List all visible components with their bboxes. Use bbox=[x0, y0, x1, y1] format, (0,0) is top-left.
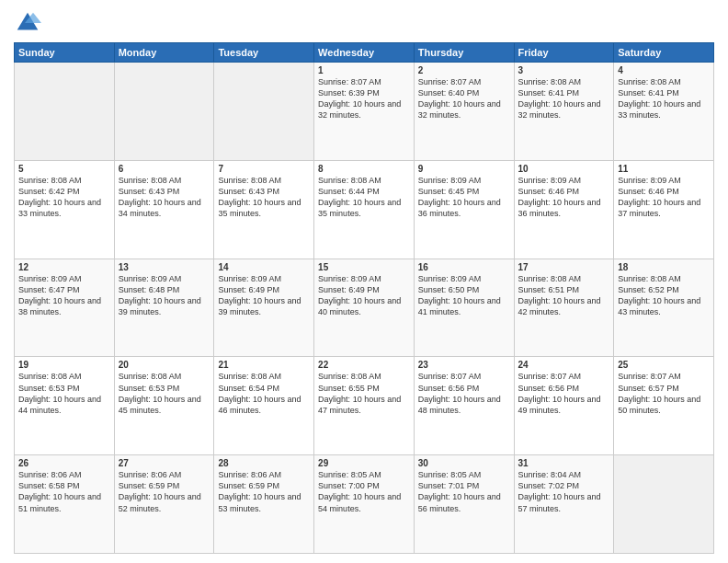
calendar-cell: 27Sunrise: 8:06 AM Sunset: 6:59 PM Dayli… bbox=[114, 455, 214, 554]
day-info: Sunrise: 8:08 AM Sunset: 6:43 PM Dayligh… bbox=[119, 175, 210, 220]
calendar-cell: 30Sunrise: 8:05 AM Sunset: 7:01 PM Dayli… bbox=[414, 455, 514, 554]
calendar-cell: 28Sunrise: 8:06 AM Sunset: 6:59 PM Dayli… bbox=[214, 455, 314, 554]
week-row-4: 26Sunrise: 8:06 AM Sunset: 6:58 PM Dayli… bbox=[15, 455, 714, 554]
calendar-cell: 3Sunrise: 8:08 AM Sunset: 6:41 PM Daylig… bbox=[514, 63, 614, 161]
day-info: Sunrise: 8:08 AM Sunset: 6:53 PM Dayligh… bbox=[18, 371, 110, 416]
day-number: 4 bbox=[618, 65, 710, 75]
day-number: 27 bbox=[119, 458, 210, 468]
day-number: 2 bbox=[418, 65, 510, 75]
day-info: Sunrise: 8:08 AM Sunset: 6:54 PM Dayligh… bbox=[218, 371, 310, 416]
day-number: 15 bbox=[318, 262, 410, 272]
header-saturday: Saturday bbox=[614, 43, 714, 63]
header-wednesday: Wednesday bbox=[314, 43, 415, 63]
day-number: 19 bbox=[18, 360, 110, 370]
day-number: 9 bbox=[418, 164, 510, 174]
day-number: 24 bbox=[518, 360, 610, 370]
day-number: 26 bbox=[18, 458, 110, 468]
calendar-cell bbox=[214, 63, 314, 161]
calendar-cell: 15Sunrise: 8:09 AM Sunset: 6:49 PM Dayli… bbox=[314, 259, 415, 357]
day-number: 13 bbox=[119, 262, 210, 272]
calendar-header: SundayMondayTuesdayWednesdayThursdayFrid… bbox=[15, 43, 714, 63]
day-info: Sunrise: 8:04 AM Sunset: 7:02 PM Dayligh… bbox=[518, 469, 610, 514]
day-number: 7 bbox=[218, 164, 310, 174]
calendar-cell: 2Sunrise: 8:07 AM Sunset: 6:40 PM Daylig… bbox=[414, 63, 514, 161]
day-number: 17 bbox=[518, 262, 610, 272]
calendar-cell: 7Sunrise: 8:08 AM Sunset: 6:43 PM Daylig… bbox=[214, 160, 314, 259]
day-number: 10 bbox=[518, 164, 610, 174]
calendar-cell: 21Sunrise: 8:08 AM Sunset: 6:54 PM Dayli… bbox=[214, 357, 314, 455]
calendar-cell: 14Sunrise: 8:09 AM Sunset: 6:49 PM Dayli… bbox=[214, 259, 314, 357]
calendar-cell: 31Sunrise: 8:04 AM Sunset: 7:02 PM Dayli… bbox=[514, 455, 614, 554]
calendar-table: SundayMondayTuesdayWednesdayThursdayFrid… bbox=[14, 42, 714, 554]
day-info: Sunrise: 8:09 AM Sunset: 6:49 PM Dayligh… bbox=[218, 273, 310, 318]
calendar-cell: 17Sunrise: 8:08 AM Sunset: 6:51 PM Dayli… bbox=[514, 259, 614, 357]
day-info: Sunrise: 8:07 AM Sunset: 6:57 PM Dayligh… bbox=[618, 371, 710, 416]
header-friday: Friday bbox=[514, 43, 614, 63]
day-number: 30 bbox=[418, 458, 510, 468]
calendar-cell: 23Sunrise: 8:07 AM Sunset: 6:56 PM Dayli… bbox=[414, 357, 514, 455]
day-info: Sunrise: 8:08 AM Sunset: 6:41 PM Dayligh… bbox=[618, 76, 710, 121]
header-tuesday: Tuesday bbox=[214, 43, 314, 63]
day-number: 12 bbox=[18, 262, 110, 272]
header-sunday: Sunday bbox=[15, 43, 115, 63]
day-info: Sunrise: 8:07 AM Sunset: 6:56 PM Dayligh… bbox=[418, 371, 510, 416]
day-number: 1 bbox=[318, 65, 410, 75]
day-info: Sunrise: 8:05 AM Sunset: 7:01 PM Dayligh… bbox=[418, 469, 510, 514]
calendar-cell: 5Sunrise: 8:08 AM Sunset: 6:42 PM Daylig… bbox=[15, 160, 115, 259]
day-number: 31 bbox=[518, 458, 610, 468]
calendar-cell: 26Sunrise: 8:06 AM Sunset: 6:58 PM Dayli… bbox=[15, 455, 115, 554]
day-info: Sunrise: 8:08 AM Sunset: 6:41 PM Dayligh… bbox=[518, 76, 610, 121]
calendar-cell: 24Sunrise: 8:07 AM Sunset: 6:56 PM Dayli… bbox=[514, 357, 614, 455]
calendar-cell: 11Sunrise: 8:09 AM Sunset: 6:46 PM Dayli… bbox=[614, 160, 714, 259]
calendar-cell: 10Sunrise: 8:09 AM Sunset: 6:46 PM Dayli… bbox=[514, 160, 614, 259]
day-number: 29 bbox=[318, 458, 410, 468]
day-number: 18 bbox=[618, 262, 710, 272]
calendar-cell: 1Sunrise: 8:07 AM Sunset: 6:39 PM Daylig… bbox=[314, 63, 415, 161]
calendar-cell bbox=[114, 63, 214, 161]
header-monday: Monday bbox=[114, 43, 214, 63]
calendar-cell bbox=[15, 63, 115, 161]
calendar-cell: 22Sunrise: 8:08 AM Sunset: 6:55 PM Dayli… bbox=[314, 357, 415, 455]
week-row-0: 1Sunrise: 8:07 AM Sunset: 6:39 PM Daylig… bbox=[15, 63, 714, 161]
day-number: 14 bbox=[218, 262, 310, 272]
calendar-cell bbox=[614, 455, 714, 554]
day-info: Sunrise: 8:07 AM Sunset: 6:40 PM Dayligh… bbox=[418, 76, 510, 121]
day-info: Sunrise: 8:08 AM Sunset: 6:42 PM Dayligh… bbox=[18, 175, 110, 220]
day-info: Sunrise: 8:08 AM Sunset: 6:43 PM Dayligh… bbox=[218, 175, 310, 220]
day-number: 5 bbox=[18, 164, 110, 174]
calendar-cell: 20Sunrise: 8:08 AM Sunset: 6:53 PM Dayli… bbox=[114, 357, 214, 455]
day-number: 8 bbox=[318, 164, 410, 174]
week-row-2: 12Sunrise: 8:09 AM Sunset: 6:47 PM Dayli… bbox=[15, 259, 714, 357]
day-info: Sunrise: 8:09 AM Sunset: 6:48 PM Dayligh… bbox=[119, 273, 210, 318]
calendar-cell: 6Sunrise: 8:08 AM Sunset: 6:43 PM Daylig… bbox=[114, 160, 214, 259]
day-number: 6 bbox=[119, 164, 210, 174]
day-info: Sunrise: 8:08 AM Sunset: 6:53 PM Dayligh… bbox=[119, 371, 210, 416]
day-number: 28 bbox=[218, 458, 310, 468]
day-info: Sunrise: 8:09 AM Sunset: 6:49 PM Dayligh… bbox=[318, 273, 410, 318]
calendar-cell: 16Sunrise: 8:09 AM Sunset: 6:50 PM Dayli… bbox=[414, 259, 514, 357]
day-number: 20 bbox=[119, 360, 210, 370]
day-info: Sunrise: 8:05 AM Sunset: 7:00 PM Dayligh… bbox=[318, 469, 410, 514]
day-info: Sunrise: 8:09 AM Sunset: 6:47 PM Dayligh… bbox=[18, 273, 110, 318]
calendar-cell: 12Sunrise: 8:09 AM Sunset: 6:47 PM Dayli… bbox=[15, 259, 115, 357]
day-info: Sunrise: 8:09 AM Sunset: 6:45 PM Dayligh… bbox=[418, 175, 510, 220]
calendar-cell: 4Sunrise: 8:08 AM Sunset: 6:41 PM Daylig… bbox=[614, 63, 714, 161]
day-info: Sunrise: 8:08 AM Sunset: 6:55 PM Dayligh… bbox=[318, 371, 410, 416]
day-number: 25 bbox=[618, 360, 710, 370]
day-info: Sunrise: 8:06 AM Sunset: 6:59 PM Dayligh… bbox=[218, 469, 310, 514]
day-number: 23 bbox=[418, 360, 510, 370]
calendar-page: SundayMondayTuesdayWednesdayThursdayFrid… bbox=[0, 0, 728, 563]
day-info: Sunrise: 8:07 AM Sunset: 6:56 PM Dayligh… bbox=[518, 371, 610, 416]
header-row: SundayMondayTuesdayWednesdayThursdayFrid… bbox=[15, 43, 714, 63]
calendar-cell: 9Sunrise: 8:09 AM Sunset: 6:45 PM Daylig… bbox=[414, 160, 514, 259]
day-info: Sunrise: 8:08 AM Sunset: 6:51 PM Dayligh… bbox=[518, 273, 610, 318]
day-info: Sunrise: 8:08 AM Sunset: 6:44 PM Dayligh… bbox=[318, 175, 410, 220]
day-info: Sunrise: 8:08 AM Sunset: 6:52 PM Dayligh… bbox=[618, 273, 710, 318]
day-info: Sunrise: 8:06 AM Sunset: 6:58 PM Dayligh… bbox=[18, 469, 110, 514]
day-number: 21 bbox=[218, 360, 310, 370]
day-number: 3 bbox=[518, 65, 610, 75]
logo bbox=[14, 9, 43, 37]
day-number: 22 bbox=[318, 360, 410, 370]
header bbox=[14, 9, 714, 37]
week-row-3: 19Sunrise: 8:08 AM Sunset: 6:53 PM Dayli… bbox=[15, 357, 714, 455]
